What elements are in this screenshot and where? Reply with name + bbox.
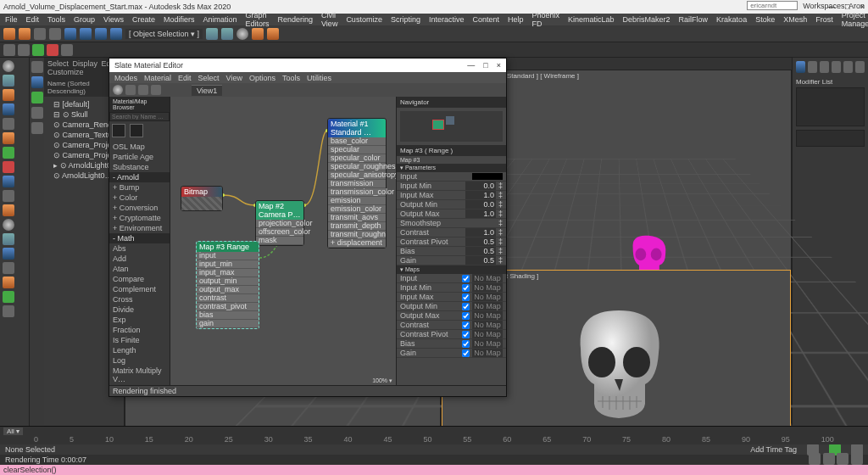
node-title[interactable]: Bitmap: [181, 187, 222, 197]
tool-icon[interactable]: [3, 233, 14, 245]
list-item[interactable]: + Cryptomatte: [109, 213, 170, 223]
param-row[interactable]: Contrast Pivot0.5‡: [397, 238, 506, 247]
list-item[interactable]: Cross: [109, 294, 170, 305]
slate-toolbar[interactable]: View1: [109, 83, 506, 97]
material-editor-icon[interactable]: [236, 28, 248, 40]
menu-kinematic[interactable]: KinematicLab: [568, 15, 615, 24]
menu-modifiers[interactable]: Modifiers: [164, 15, 195, 24]
list-item[interactable]: Atan: [109, 264, 170, 274]
param-value[interactable]: 0.5: [465, 256, 496, 265]
angle-snap-icon[interactable]: [221, 28, 233, 40]
param-row[interactable]: InputNo Map: [397, 274, 506, 283]
scale-icon[interactable]: [110, 28, 122, 40]
tool-icon[interactable]: [3, 89, 14, 101]
menu-customize[interactable]: Customize: [346, 15, 382, 24]
list-item[interactable]: Complement: [109, 284, 170, 294]
param-value[interactable]: 0.5: [465, 238, 496, 246]
node-row[interactable]: mask: [256, 237, 303, 245]
menu-file[interactable]: File: [5, 15, 18, 24]
menu-civil[interactable]: Civil View: [321, 11, 337, 28]
menu-help[interactable]: Help: [508, 15, 524, 24]
param-row[interactable]: Output MinNo Map: [397, 302, 506, 311]
node-camera-proj[interactable]: Map #2 Camera P… projection_color offscr…: [255, 200, 304, 246]
param-check[interactable]: [462, 275, 470, 282]
key-icon[interactable]: [31, 107, 43, 119]
node-standard[interactable]: Material #1 Standard … base_color specul…: [327, 118, 387, 249]
tool-icon[interactable]: [138, 85, 148, 95]
list-group[interactable]: - Math: [109, 233, 170, 243]
swatch-icon[interactable]: [130, 124, 143, 137]
menu-content[interactable]: Content: [472, 15, 499, 24]
timeline-scope[interactable]: All ▾: [3, 428, 23, 435]
menu-stoke[interactable]: Stoke: [755, 15, 775, 24]
create-tab-icon[interactable]: [796, 61, 805, 73]
param-value[interactable]: 0.0: [465, 200, 496, 209]
param-button[interactable]: No Map: [472, 349, 503, 357]
main-toolbar[interactable]: [ Object Selection ▾ ]: [0, 25, 868, 42]
param-row[interactable]: Contrast PivotNo Map: [397, 330, 506, 339]
link-icon[interactable]: [34, 28, 46, 40]
param-row[interactable]: Input Max1.0‡: [397, 191, 506, 200]
maximize-viewport-icon[interactable]: [851, 453, 863, 465]
browser-list[interactable]: OSL Map Particle Age Substance - Arnold …: [109, 142, 170, 385]
tool-icon[interactable]: [3, 305, 14, 317]
left-dock[interactable]: [0, 58, 29, 439]
param-row[interactable]: Input: [397, 172, 506, 182]
param-row[interactable]: Gain0.5‡: [397, 256, 506, 265]
param-value[interactable]: 0.5: [465, 247, 496, 255]
menu-project[interactable]: Project Manager: [842, 11, 868, 28]
spinner-icon[interactable]: ‡: [498, 247, 503, 255]
param-row[interactable]: Bias0.5‡: [397, 247, 506, 256]
skull-shaded[interactable]: [564, 306, 674, 433]
swatch-icon[interactable]: [112, 124, 125, 137]
material-browser[interactable]: Material/Map Browser OSL Map Particle Ag…: [109, 97, 170, 385]
left-dock-2[interactable]: [29, 58, 44, 439]
spinner-icon[interactable]: ‡: [498, 238, 503, 246]
tool-icon[interactable]: [3, 248, 14, 260]
pan-icon[interactable]: [31, 76, 43, 88]
list-item[interactable]: Is Finite: [109, 335, 170, 345]
slate-menu[interactable]: Material: [144, 74, 171, 82]
snap-icon[interactable]: [206, 28, 218, 40]
param-button[interactable]: No Map: [472, 321, 503, 329]
list-item[interactable]: Matrix Multiply V…: [109, 366, 170, 384]
node-range[interactable]: Map #3 Range input input_min input_max o…: [196, 241, 259, 329]
list-item[interactable]: Particle Age: [109, 152, 170, 162]
menu-edit[interactable]: Edit: [26, 15, 40, 24]
slate-menu[interactable]: Modes: [114, 74, 137, 82]
time-tag[interactable]: Add Time Tag: [750, 445, 797, 454]
tool-icon[interactable]: [125, 85, 136, 95]
param-row[interactable]: Input Min0.0‡: [397, 182, 506, 191]
slate-menu[interactable]: Utilities: [307, 74, 331, 82]
list-item[interactable]: Fraction: [109, 325, 170, 335]
tool-icon[interactable]: [3, 103, 14, 115]
param-button[interactable]: No Map: [472, 302, 503, 310]
main-menubar[interactable]: File Edit Tools Group Views Create Modif…: [0, 14, 868, 25]
param-button[interactable]: No Map: [472, 293, 503, 301]
display-tab-icon[interactable]: [843, 61, 853, 73]
object-params[interactable]: [796, 130, 865, 147]
tool-icon[interactable]: [32, 44, 44, 56]
param-row[interactable]: Output Min0.0‡: [397, 200, 506, 210]
param-button[interactable]: No Map: [472, 283, 503, 292]
param-value[interactable]: 1.0: [465, 191, 496, 199]
slate-menu[interactable]: Edit: [178, 74, 192, 82]
lock-icon[interactable]: [31, 122, 43, 134]
param-check[interactable]: [462, 321, 470, 329]
param-check[interactable]: [462, 284, 470, 292]
node-bitmap[interactable]: Bitmap: [181, 186, 223, 211]
list-item[interactable]: Add: [109, 254, 170, 264]
tool-icon[interactable]: [3, 262, 14, 274]
list-group[interactable]: - Arnold: [109, 172, 170, 182]
tool-icon[interactable]: [3, 190, 14, 202]
menu-interactive[interactable]: Interactive: [429, 15, 465, 24]
param-group[interactable]: ▾ Maps: [397, 265, 506, 274]
list-item[interactable]: Abs: [109, 243, 170, 254]
spinner-icon[interactable]: ‡: [498, 256, 503, 265]
spinner-icon[interactable]: ‡: [498, 200, 503, 209]
hierarchy-tab-icon[interactable]: [820, 61, 829, 73]
selection-mode-dropdown[interactable]: [ Object Selection ▾ ]: [125, 29, 203, 39]
slate-menu[interactable]: Options: [249, 74, 275, 82]
slate-menubar[interactable]: Modes Material Edit Select View Options …: [109, 72, 506, 83]
menu-frost[interactable]: Frost: [815, 15, 833, 24]
